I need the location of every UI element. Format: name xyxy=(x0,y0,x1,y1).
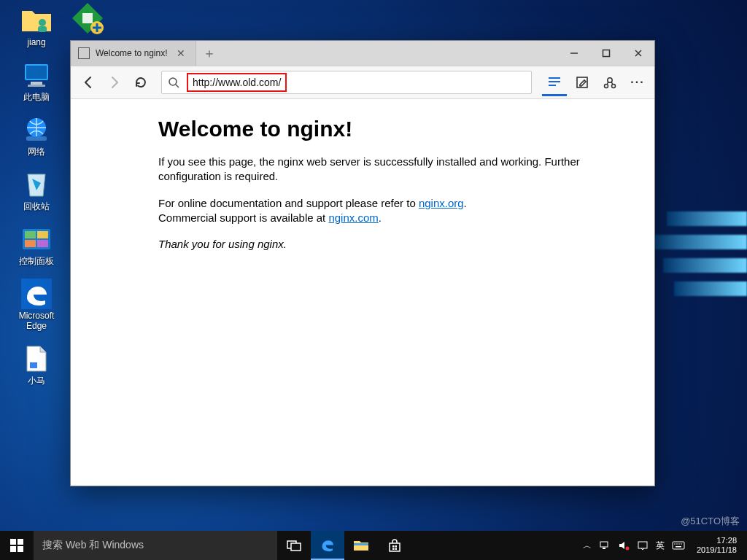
browser-window: Welcome to nginx! ✕ ＋ http://www.old.com… xyxy=(70,40,655,486)
icon-label: 回收站 xyxy=(23,201,50,211)
new-tab-button[interactable]: ＋ xyxy=(196,41,222,66)
taskbar-search[interactable]: 搜索 Web 和 Windows xyxy=(34,531,277,560)
tray-chevron-up-icon[interactable]: ︿ xyxy=(583,540,592,552)
svg-rect-6 xyxy=(26,66,47,79)
page-viewport[interactable]: Welcome to nginx! If you see this page, … xyxy=(71,99,654,486)
tab-strip: Welcome to nginx! ✕ ＋ xyxy=(71,41,654,66)
svg-rect-4 xyxy=(38,26,47,32)
svg-rect-34 xyxy=(291,543,301,551)
desktop-icon-text-file[interactable]: 小马 xyxy=(10,344,63,386)
svg-point-47 xyxy=(678,543,680,545)
clock-time: 17:28 xyxy=(697,536,737,545)
wallpaper-accent xyxy=(652,211,747,306)
svg-point-42 xyxy=(625,547,629,551)
svg-rect-1 xyxy=(82,13,93,23)
close-window-button[interactable] xyxy=(622,41,654,66)
taskbar-explorer-button[interactable] xyxy=(344,531,378,560)
minimize-button[interactable] xyxy=(558,41,590,66)
tray-volume-icon[interactable] xyxy=(618,540,630,551)
svg-point-28 xyxy=(612,85,616,88)
nginx-com-link[interactable]: nginx.com xyxy=(328,211,378,224)
svg-rect-13 xyxy=(37,231,48,238)
forward-button[interactable] xyxy=(101,69,128,96)
icon-label: 网络 xyxy=(28,147,45,157)
control-panel-icon xyxy=(20,225,53,254)
svg-rect-41 xyxy=(603,548,605,549)
browser-toolbar: http://www.old.com/ ··· xyxy=(71,66,654,99)
desktop-icons: jiang 此电脑 网络 回收站 控制面板 Microsoft Edge 小马 xyxy=(7,6,66,386)
icon-label: 此电脑 xyxy=(23,92,50,102)
desktop[interactable]: jiang 此电脑 网络 回收站 控制面板 Microsoft Edge 小马 xyxy=(0,0,747,560)
svg-rect-10 xyxy=(26,136,47,141)
toolbar-right-icons: ··· xyxy=(542,69,650,96)
desktop-icon-control-panel[interactable]: 控制面板 xyxy=(10,225,63,266)
page-icon xyxy=(78,47,90,59)
svg-rect-43 xyxy=(638,542,647,548)
svg-rect-44 xyxy=(673,542,684,549)
desktop-icon-this-pc[interactable]: 此电脑 xyxy=(10,61,63,102)
icon-label: Microsoft Edge xyxy=(19,311,55,331)
svg-rect-15 xyxy=(37,240,48,247)
svg-point-20 xyxy=(169,78,177,85)
maximize-button[interactable] xyxy=(590,41,622,66)
reading-view-icon[interactable] xyxy=(542,69,567,96)
more-menu-icon[interactable]: ··· xyxy=(625,70,650,95)
icon-label: jiang xyxy=(27,37,45,47)
page-heading: Welcome to nginx! xyxy=(158,117,625,141)
taskbar-edge-button[interactable] xyxy=(311,531,344,560)
svg-rect-7 xyxy=(31,82,42,85)
refresh-button[interactable] xyxy=(128,69,154,96)
svg-rect-17 xyxy=(30,362,37,368)
taskbar-clock[interactable]: 17:28 2019/11/18 xyxy=(692,536,741,555)
back-button[interactable] xyxy=(75,69,101,96)
start-button[interactable] xyxy=(0,531,34,560)
notes-icon[interactable] xyxy=(570,70,595,95)
desktop-icon-edge[interactable]: Microsoft Edge xyxy=(10,279,63,331)
edge-icon xyxy=(20,279,53,308)
url-text: http://www.old.com/ xyxy=(193,77,281,88)
task-view-button[interactable] xyxy=(277,531,311,560)
system-tray: ︿ 英 17:28 2019/11/18 xyxy=(577,531,747,560)
svg-rect-37 xyxy=(395,545,398,548)
page-paragraph-1: If you see this page, the nginx web serv… xyxy=(158,155,625,184)
tab-close-icon[interactable]: ✕ xyxy=(174,47,188,59)
globe-icon xyxy=(20,115,53,144)
browser-tab[interactable]: Welcome to nginx! ✕ xyxy=(71,41,196,66)
tray-ime-icon[interactable]: 英 xyxy=(656,540,665,552)
icon-label: 小马 xyxy=(28,376,45,386)
svg-rect-29 xyxy=(10,539,16,545)
svg-rect-12 xyxy=(25,231,36,238)
tray-keyboard-icon[interactable] xyxy=(672,541,685,550)
page-content: Welcome to nginx! If you see this page, … xyxy=(71,99,647,278)
watermark: @51CTO博客 xyxy=(681,515,740,528)
svg-rect-19 xyxy=(603,50,610,57)
tray-notifications-icon[interactable] xyxy=(637,540,649,551)
project-shortcut-icon[interactable] xyxy=(69,0,106,36)
share-icon[interactable] xyxy=(597,70,622,95)
computer-icon xyxy=(20,61,53,90)
page-paragraph-2: For online documentation and support ple… xyxy=(158,196,625,226)
search-icon xyxy=(162,77,185,88)
svg-rect-35 xyxy=(354,543,368,545)
address-bar[interactable]: http://www.old.com/ xyxy=(161,71,532,94)
svg-rect-49 xyxy=(676,546,681,548)
taskbar-store-button[interactable] xyxy=(378,531,411,560)
svg-rect-38 xyxy=(392,548,395,551)
page-thanks: Thank you for using nginx. xyxy=(158,237,625,252)
desktop-icon-recycle-bin[interactable]: 回收站 xyxy=(10,170,63,211)
nginx-org-link[interactable]: nginx.org xyxy=(419,197,464,209)
desktop-icon-user-folder[interactable]: jiang xyxy=(10,6,63,47)
svg-rect-36 xyxy=(392,545,395,548)
svg-point-27 xyxy=(605,85,608,88)
tray-network-icon[interactable] xyxy=(599,540,611,551)
clock-date: 2019/11/18 xyxy=(697,545,737,555)
svg-rect-31 xyxy=(10,546,16,552)
tab-title: Welcome to nginx! xyxy=(96,48,168,58)
svg-rect-30 xyxy=(18,539,23,545)
taskbar: 搜索 Web 和 Windows ︿ 英 17:28 2019/11/18 xyxy=(0,531,747,560)
svg-point-45 xyxy=(674,543,676,545)
desktop-icon-network[interactable]: 网络 xyxy=(10,115,63,157)
svg-line-21 xyxy=(176,85,179,88)
window-controls xyxy=(558,41,654,66)
search-placeholder: 搜索 Web 和 Windows xyxy=(42,539,144,552)
